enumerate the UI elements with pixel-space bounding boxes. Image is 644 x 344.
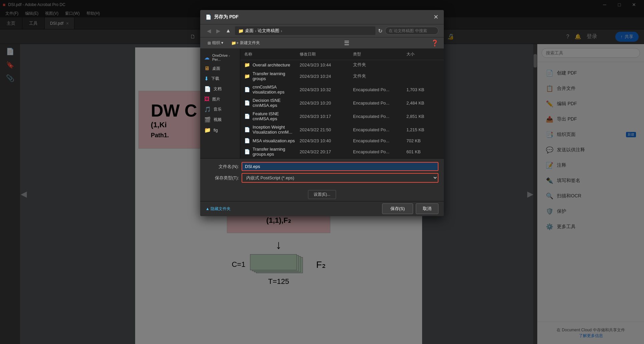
file-name-1: 📁 Transfer learning groups xyxy=(244,71,300,81)
dialog-sidebar: ☁ OneDrive - Per... 🖥 桌面 ⬇ 下载 📄 文档 🖼 xyxy=(200,49,240,158)
fig-label: fig xyxy=(214,128,218,133)
filetype-row: 保存类型(T): 内嵌式 PostScript (*.eps) xyxy=(206,173,438,183)
dialog-refresh-btn[interactable]: ↻ xyxy=(378,28,382,34)
dialog-forward-btn[interactable]: ▶ xyxy=(215,27,222,35)
eps-icon-5: 📄 xyxy=(244,127,250,132)
settings-btn[interactable]: 设置(E)... xyxy=(308,190,336,199)
file-row-0[interactable]: 📁 Overall architecture 2024/3/23 10:44 文… xyxy=(240,60,444,69)
organize-label: 组织 ▾ xyxy=(212,40,223,46)
eps-icon-3: 📄 xyxy=(244,100,250,106)
new-folder-label: 新建文件夹 xyxy=(240,40,260,46)
file-name-6: 📄 MSA visualization.eps xyxy=(244,138,300,143)
folder-icon-1: 📁 xyxy=(244,73,250,79)
filename-input[interactable] xyxy=(242,162,438,171)
pdf-icon: 📄 xyxy=(206,14,211,20)
sidebar-music[interactable]: 🎵 音乐 xyxy=(200,104,240,115)
sidebar-downloads[interactable]: ⬇ 下载 xyxy=(200,73,240,84)
dialog-path-bar: 📁 桌面 › 论文终稿图 › xyxy=(235,26,375,35)
file-row-2[interactable]: 📄 cnnCosMSA visualization.eps 2024/3/23 … xyxy=(240,83,444,96)
col-date[interactable]: 修改日期 xyxy=(300,50,353,58)
dialog-close-btn[interactable]: ✕ xyxy=(433,13,438,21)
video-icon: 🎬 xyxy=(204,117,211,123)
sidebar-documents[interactable]: 📄 文档 xyxy=(200,84,240,94)
new-folder-btn[interactable]: 📁+ 新建文件夹 xyxy=(229,39,262,47)
path-sep2: › xyxy=(281,28,282,33)
dialog-header: 📄 另存为 PDF ✕ xyxy=(200,10,444,24)
folder-icon: 📁 xyxy=(238,28,244,33)
pictures-icon: 🖼 xyxy=(204,96,210,102)
file-name-0: 📁 Overall architecture xyxy=(244,62,300,67)
file-row-3[interactable]: 📄 Decision tSNE cnnMSA.eps 2024/3/23 10:… xyxy=(240,96,444,110)
file-name-7: 📄 Transfer learning groups.eps xyxy=(244,147,300,157)
file-name-4: 📄 Feature tSNE cnnMSA.eps xyxy=(244,111,300,121)
music-icon: 🎵 xyxy=(204,106,211,113)
sidebar-pictures[interactable]: 🖼 图片 xyxy=(200,94,240,104)
onedrive-label: OneDrive - Per... xyxy=(212,53,236,61)
dialog-overlay: 📄 另存为 PDF ✕ ◀ ▶ ▲ 📁 桌面 › 论文终稿图 › ↻ ⊞ xyxy=(0,0,644,344)
col-size[interactable]: 大小 xyxy=(406,50,440,58)
dialog-settings-row: 设置(E)... xyxy=(200,188,444,201)
file-name-2: 📄 cnnCosMSA visualization.eps xyxy=(244,84,300,95)
help-dialog-btn[interactable]: ❓ xyxy=(431,39,438,47)
sidebar-desktop[interactable]: 🖥 桌面 xyxy=(200,63,240,73)
file-row-5[interactable]: 📄 Inception Weight Visualization cnnM...… xyxy=(240,123,444,136)
music-label: 音乐 xyxy=(214,107,222,112)
filetype-select[interactable]: 内嵌式 PostScript (*.eps) xyxy=(242,173,438,183)
onedrive-icon: ☁ xyxy=(204,54,210,61)
eps-icon-7: 📄 xyxy=(244,149,250,154)
save-button[interactable]: 保存(S) xyxy=(382,203,413,214)
hide-files-link[interactable]: ▲ 隐藏文件夹 xyxy=(206,206,231,212)
col-type[interactable]: 类型 xyxy=(353,50,406,58)
eps-icon-4: 📄 xyxy=(244,114,250,119)
desktop-label: 桌面 xyxy=(212,66,220,71)
pictures-label: 图片 xyxy=(212,97,220,102)
file-row-6[interactable]: 📄 MSA visualization.eps 2024/3/23 10:40 … xyxy=(240,136,444,145)
organize-btn[interactable]: ⊞ 组织 ▾ xyxy=(206,39,225,47)
sidebar-fig[interactable]: 📁 fig xyxy=(200,125,240,135)
new-folder-icon: 📁+ xyxy=(231,41,239,45)
cancel-button[interactable]: 取消 xyxy=(416,203,438,214)
downloads-icon: ⬇ xyxy=(204,75,209,82)
desktop-icon: 🖥 xyxy=(204,65,210,71)
dialog-toolbar: ◀ ▶ ▲ 📁 桌面 › 论文终稿图 › ↻ xyxy=(200,24,444,37)
dialog-title-text: 另存为 PDF xyxy=(214,14,239,20)
downloads-label: 下载 xyxy=(211,76,219,81)
file-row-4[interactable]: 📄 Feature tSNE cnnMSA.eps 2024/3/23 10:1… xyxy=(240,110,444,123)
dialog-footer: ▲ 隐藏文件夹 保存(S) 取消 xyxy=(200,201,444,216)
documents-label: 文档 xyxy=(214,86,222,92)
dialog-search-input[interactable] xyxy=(385,27,438,35)
filetype-label: 保存类型(T): xyxy=(206,175,239,181)
eps-icon-2: 📄 xyxy=(244,87,250,92)
sidebar-onedrive[interactable]: ☁ OneDrive - Per... xyxy=(200,51,240,63)
dialog-body: ☁ OneDrive - Per... 🖥 桌面 ⬇ 下载 📄 文档 🖼 xyxy=(200,49,444,158)
sidebar-videos[interactable]: 🎬 视频 xyxy=(200,115,240,125)
file-name-5: 📄 Inception Weight Visualization cnnM... xyxy=(244,125,300,135)
file-name-3: 📄 Decision tSNE cnnMSA.eps xyxy=(244,98,300,108)
folder-icon-0: 📁 xyxy=(244,62,250,67)
filename-row: 文件名(N): xyxy=(206,162,438,171)
dialog-footer-buttons: 保存(S) 取消 xyxy=(382,203,438,214)
col-name[interactable]: 名称 xyxy=(244,50,300,58)
dialog-form: 文件名(N): 保存类型(T): 内嵌式 PostScript (*.eps) xyxy=(200,158,444,188)
file-row-1[interactable]: 📁 Transfer learning groups 2024/3/23 10:… xyxy=(240,69,444,83)
dialog-up-btn[interactable]: ▲ xyxy=(224,27,232,34)
dialog-actions-bar: ⊞ 组织 ▾ 📁+ 新建文件夹 ☰ ❓ xyxy=(200,37,444,49)
fig-icon: 📁 xyxy=(204,127,211,133)
eps-icon-6: 📄 xyxy=(244,138,250,143)
save-as-dialog: 📄 另存为 PDF ✕ ◀ ▶ ▲ 📁 桌面 › 论文终稿图 › ↻ ⊞ xyxy=(200,10,444,216)
path-part1: 桌面 xyxy=(245,28,254,34)
dialog-title-area: 📄 另存为 PDF xyxy=(206,14,239,20)
filename-label: 文件名(N): xyxy=(206,164,239,170)
view-toggle-btn[interactable]: ☰ xyxy=(344,39,349,47)
dialog-file-list: 名称 修改日期 类型 大小 📁 Overall architecture 202… xyxy=(240,49,444,158)
file-row-7[interactable]: 📄 Transfer learning groups.eps 2024/3/22… xyxy=(240,145,444,158)
organize-icon: ⊞ xyxy=(208,41,211,45)
videos-label: 视频 xyxy=(214,117,222,123)
dialog-back-btn[interactable]: ◀ xyxy=(206,27,212,35)
path-part2: 论文终稿图 xyxy=(258,28,279,34)
documents-icon: 📄 xyxy=(204,86,211,92)
path-sep1: › xyxy=(255,28,256,33)
file-list-header: 名称 修改日期 类型 大小 xyxy=(240,49,444,60)
